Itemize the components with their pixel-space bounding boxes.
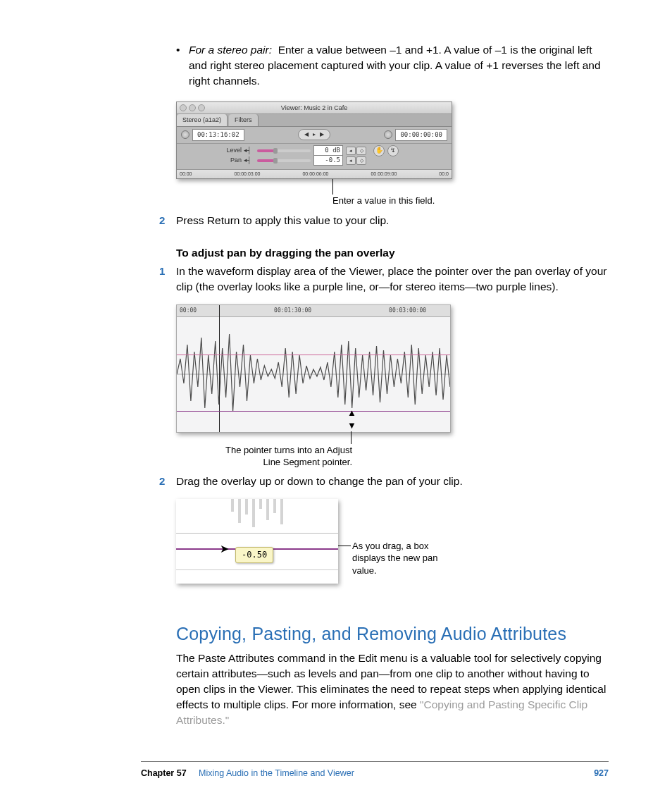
ruler-tick: 00:00:06:00 bbox=[302, 171, 328, 178]
subhead-drag-pan: To adjust pan by dragging the pan overla… bbox=[176, 245, 609, 261]
mark-out-icon[interactable]: ▶ bbox=[320, 130, 324, 138]
arrow-cursor-icon: ➤ bbox=[220, 541, 229, 557]
figure-viewer: Viewer: Music 2 in Cafe Stereo (a1a2) Fi… bbox=[176, 101, 609, 206]
pan-field[interactable]: -0.5 bbox=[313, 155, 343, 166]
pan-label: Pan ◂┤ bbox=[181, 156, 254, 165]
step-text: In the waveform display area of the View… bbox=[176, 265, 606, 292]
grab-icon[interactable]: ✋ bbox=[373, 145, 385, 156]
ruler-tick: 00:03:00:00 bbox=[389, 307, 426, 314]
figure1-callout: Enter a value in this field. bbox=[176, 182, 609, 206]
section-body: The Paste Attributes command in the Edit… bbox=[176, 651, 609, 728]
waveform-ruler: 00:00 00:01:30:00 00:03:00:00 00:04:3 bbox=[177, 305, 450, 317]
viewer-timecode-row: 00:13:16:02 ◀ ▸ ▶ 00:00:00:00 bbox=[177, 127, 452, 144]
waveform-svg bbox=[177, 316, 450, 432]
figure-waveform: 00:00 00:01:30:00 00:03:00:00 00:04:3 bbox=[176, 304, 609, 467]
page-footer: Chapter 57 Mixing Audio in the Timeline … bbox=[141, 761, 609, 780]
ruler-tick: 00:01:30:00 bbox=[274, 307, 311, 314]
zoom-dot-icon bbox=[198, 104, 205, 111]
figure2-callout: The pointer turns into an Adjust Line Se… bbox=[176, 436, 451, 467]
footer-chapter-title: Mixing Audio in the Timeline and Viewer bbox=[199, 768, 354, 778]
tab-filters[interactable]: Filters bbox=[229, 114, 259, 126]
level-slider[interactable] bbox=[257, 149, 311, 152]
pan-keyframe-add-icon[interactable]: ◇ bbox=[356, 156, 366, 165]
drag-icon[interactable]: ↯ bbox=[387, 145, 399, 156]
level-field[interactable]: 0 dB bbox=[313, 145, 343, 156]
baseline bbox=[176, 569, 338, 570]
level-row: Level ◂┤ 0 dB ◂ ◇ ✋ ↯ bbox=[181, 146, 447, 156]
adjust-line-cursor-icon: ▲▼ bbox=[347, 407, 356, 433]
step-text: Drag the overlay up or down to change th… bbox=[176, 475, 463, 487]
drag-pan-box: ➤ -0.50 bbox=[176, 499, 338, 584]
window-controls bbox=[180, 104, 205, 111]
figure1-caption: Enter a value in this field. bbox=[332, 195, 435, 207]
step-2-drag: 2 Drag the overlay up or down to change … bbox=[176, 474, 609, 489]
viewer-tabs: Stereo (a1a2) Filters bbox=[177, 114, 452, 127]
viewer-title: Viewer: Music 2 in Cafe bbox=[281, 104, 347, 113]
step-number: 2 bbox=[159, 474, 165, 488]
figure3-caption: As you drag, a box displays the new pan … bbox=[352, 540, 458, 577]
min-dot-icon bbox=[189, 104, 196, 111]
timecode-right[interactable]: 00:00:00:00 bbox=[395, 129, 447, 141]
tab-stereo[interactable]: Stereo (a1a2) bbox=[177, 114, 228, 126]
figure2-caption: The pointer turns into an Adjust Line Se… bbox=[211, 444, 352, 469]
mark-in-icon[interactable]: ◀ bbox=[304, 130, 309, 138]
close-dot-icon bbox=[180, 104, 187, 111]
jog-icon-right[interactable] bbox=[384, 130, 392, 139]
jog-icon[interactable] bbox=[181, 130, 189, 139]
viewer-ruler: 00:00 00:00:03:00 00:00:06:00 00:00:09:0… bbox=[177, 169, 452, 178]
ruler-tick: 00:00:09:00 bbox=[371, 171, 397, 178]
bullet-label: For a stereo pair: bbox=[189, 44, 272, 56]
viewer-params: Level ◂┤ 0 dB ◂ ◇ ✋ ↯ Pan ◂┤ bbox=[177, 144, 452, 169]
level-keyframe-add-icon[interactable]: ◇ bbox=[356, 147, 366, 155]
level-label: Level ◂┤ bbox=[181, 146, 254, 155]
ruler-tick: 00:00 bbox=[180, 171, 192, 178]
level-overlay-line bbox=[177, 355, 450, 355]
pan-row: Pan ◂┤ -0.5 ◂ ◇ bbox=[181, 156, 447, 166]
ruler-tick: 00:00:03:00 bbox=[235, 171, 261, 178]
pan-keyframe-prev-icon[interactable]: ◂ bbox=[346, 156, 356, 165]
figure-drag-pan: ➤ -0.50 As you drag, a box displays the … bbox=[176, 499, 609, 584]
footer-page-number: 927 bbox=[594, 768, 609, 780]
step-number: 1 bbox=[159, 264, 165, 278]
waveform-faded bbox=[176, 499, 338, 530]
viewer-window: Viewer: Music 2 in Cafe Stereo (a1a2) Fi… bbox=[176, 101, 452, 179]
level-keyframe-prev-icon[interactable]: ◂ bbox=[346, 147, 356, 155]
section-title: Copying, Pasting, and Removing Audio Att… bbox=[176, 622, 609, 647]
play-icon[interactable]: ▸ bbox=[313, 130, 316, 138]
bullet-text: For a stereo pair: Enter a value between… bbox=[189, 42, 609, 89]
play-buttons[interactable]: ◀ ▸ ▶ bbox=[298, 129, 330, 140]
ruler-tick: 00:00 bbox=[180, 307, 197, 314]
footer-chapter: Chapter 57 bbox=[141, 768, 187, 778]
callout-line bbox=[332, 179, 333, 195]
divider-line bbox=[176, 533, 338, 534]
waveform-box: 00:00 00:01:30:00 00:03:00:00 00:04:3 bbox=[176, 304, 451, 433]
bullet-stereo-pair: • For a stereo pair: Enter a value betwe… bbox=[176, 42, 609, 89]
step-number: 2 bbox=[159, 213, 165, 228]
timecode-left[interactable]: 00:13:16:02 bbox=[192, 129, 244, 141]
viewer-titlebar: Viewer: Music 2 in Cafe bbox=[177, 102, 452, 114]
callout-line bbox=[351, 431, 351, 444]
playhead-line bbox=[219, 305, 220, 432]
step-2-return: 2 Press Return to apply this value to yo… bbox=[176, 213, 609, 228]
step-text: Press Return to apply this value to your… bbox=[176, 214, 389, 226]
pan-overlay-line[interactable] bbox=[177, 411, 450, 412]
bullet-dot: • bbox=[176, 42, 189, 89]
pan-tooltip: -0.50 bbox=[235, 547, 273, 563]
step-1-waveform: 1 In the waveform display area of the Vi… bbox=[176, 264, 609, 295]
ruler-tick: 00:0 bbox=[439, 171, 449, 178]
pan-slider[interactable] bbox=[257, 159, 311, 162]
